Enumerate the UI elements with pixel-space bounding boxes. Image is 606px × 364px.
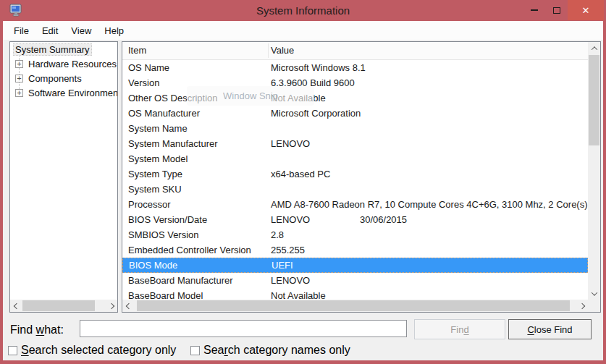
app-icon xyxy=(9,4,22,17)
search-selected-category-option[interactable]: Search selected category only xyxy=(8,344,176,357)
maximize-button[interactable] xyxy=(545,0,568,20)
client-area: FileEditViewHelp System Summary+Hardware… xyxy=(3,21,603,360)
search-selected-category-checkbox[interactable] xyxy=(8,346,17,355)
window-title: System Information xyxy=(0,4,606,17)
minimize-button[interactable] xyxy=(523,0,545,20)
checkbox-label: Search selected category only xyxy=(21,344,176,357)
close-find-button[interactable]: Close Find xyxy=(508,319,592,339)
maximize-icon xyxy=(553,7,560,14)
close-icon: ✕ xyxy=(582,6,590,15)
window-snip-ghost-overlay: Window Snip xyxy=(187,86,314,106)
system-information-window: System Information ✕ FileEditViewHelp Sy… xyxy=(0,0,606,364)
close-button[interactable]: ✕ xyxy=(568,0,604,20)
minimize-icon xyxy=(531,9,538,11)
find-input[interactable] xyxy=(80,320,407,337)
find-button[interactable]: Find xyxy=(414,319,505,339)
find-what-label: Find what: xyxy=(10,323,64,337)
search-category-names-checkbox[interactable] xyxy=(190,346,200,355)
titlebar[interactable]: System Information ✕ xyxy=(0,0,606,21)
window-controls: ✕ xyxy=(523,0,604,20)
search-category-names-option[interactable]: Search category names only xyxy=(190,344,350,357)
find-controls: Find what: Find Close Find Search select… xyxy=(3,21,603,360)
checkbox-label: Search category names only xyxy=(203,344,350,357)
